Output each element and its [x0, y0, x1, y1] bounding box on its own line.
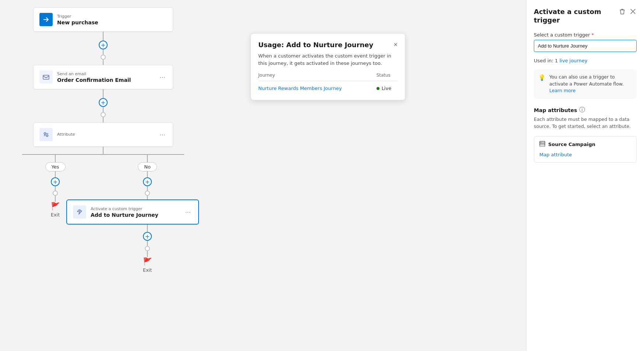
email-menu[interactable]: ⋯: [158, 73, 167, 81]
attribute-card: Ab Source Campaign Map attribute: [534, 136, 637, 163]
trigger-field-label: Select a custom trigger *: [534, 32, 637, 38]
circle-1: [101, 55, 106, 60]
trigger-title: New purchase: [57, 20, 167, 25]
email-label: Send an email: [57, 72, 154, 76]
yes-exit-label: Exit: [51, 212, 60, 218]
trigger-node[interactable]: Trigger New purchase: [33, 7, 173, 32]
svg-rect-0: [43, 75, 49, 79]
attribute-icon: [39, 128, 53, 141]
usage-popup-close[interactable]: ×: [393, 41, 398, 49]
line-1: [103, 32, 104, 41]
circle-2: [101, 112, 106, 117]
connector-2: +: [99, 89, 108, 122]
no-exit-label: Exit: [143, 267, 152, 273]
no-branch: No + Activate a custom: [111, 155, 184, 273]
right-panel: Activate a custom trigger Select a custo…: [526, 0, 644, 351]
no-circle: [145, 191, 150, 196]
attribute-label: Attribute: [57, 132, 154, 137]
map-attributes-info-icon: ⓘ: [579, 106, 585, 114]
custom-trigger-title: Add to Nurture Journey: [91, 212, 179, 218]
email-title: Order Confirmation Email: [57, 77, 154, 83]
usage-popup-title: Usage: Add to Nurture Journey: [258, 41, 373, 49]
no-exit-flag: 🚩: [143, 257, 152, 266]
usage-table: Journey Status Nurture Rewards Members J…: [258, 73, 398, 93]
used-in-text: Used in: 1 live journey: [534, 58, 637, 63]
map-attribute-link[interactable]: Map attribute: [539, 152, 572, 157]
yes-circle: [53, 191, 58, 196]
yes-add-btn[interactable]: +: [51, 177, 60, 186]
journey-name[interactable]: Nurture Rewards Members Journey: [258, 81, 377, 93]
yes-exit: 🚩 Exit: [51, 202, 60, 218]
usage-popup: Usage: Add to Nurture Journey × When a c…: [251, 33, 405, 100]
trigger-field-section: Select a custom trigger *: [534, 32, 637, 52]
custom-trigger-node[interactable]: Activate a custom trigger Add to Nurture…: [66, 199, 199, 225]
branch-section: Yes + 🚩 Exit No +: [22, 147, 184, 273]
connector-1: +: [99, 32, 108, 65]
flow-diagram: Trigger New purchase + Send an email Ord…: [22, 7, 184, 273]
no-exit: 🚩 Exit: [143, 257, 152, 273]
no-label: No: [138, 162, 157, 171]
yes-label: Yes: [45, 162, 66, 171]
add-btn-2[interactable]: +: [99, 98, 108, 107]
col-status: Status: [377, 73, 398, 81]
custom-trigger-icon: [73, 205, 86, 219]
journey-status: Live: [377, 81, 398, 93]
usage-popup-desc: When a customer activates the custom eve…: [258, 52, 398, 67]
col-journey: Journey: [258, 73, 377, 81]
email-icon: [39, 70, 53, 84]
email-node[interactable]: Send an email Order Confirmation Email ⋯: [33, 65, 173, 89]
custom-trigger-label: Activate a custom trigger: [91, 206, 179, 211]
panel-title: Activate a custom trigger: [534, 7, 618, 25]
line-2: [103, 49, 104, 55]
learn-more-link[interactable]: Learn more: [549, 88, 575, 93]
info-box: 💡 You can also use a trigger to activate…: [534, 69, 637, 99]
trigger-field-input[interactable]: [534, 40, 637, 52]
line-4: [103, 89, 104, 98]
attribute-node[interactable]: Attribute ⋯: [33, 122, 173, 147]
trigger-icon: [39, 13, 53, 26]
add-btn-1[interactable]: +: [99, 41, 108, 49]
svg-rect-4: [540, 144, 545, 145]
line-3: [103, 60, 104, 65]
close-panel-button[interactable]: [629, 8, 637, 17]
attr-card-icon: Ab: [539, 141, 545, 148]
map-attributes-desc: Each attribute must be mapped to a data …: [534, 116, 637, 130]
no-add-btn[interactable]: +: [143, 177, 152, 186]
branches: Yes + 🚩 Exit No +: [22, 155, 184, 273]
map-attributes-title: Map attributes: [534, 107, 577, 113]
required-marker: *: [591, 32, 594, 38]
delete-button[interactable]: [618, 7, 626, 17]
info-bulb-icon: 💡: [538, 74, 546, 94]
yes-exit-flag: 🚩: [51, 202, 60, 211]
panel-header: Activate a custom trigger: [534, 7, 637, 25]
attribute-menu[interactable]: ⋯: [158, 131, 167, 139]
canvas: Trigger New purchase + Send an email Ord…: [0, 0, 526, 351]
no-exit-circle: [145, 246, 150, 251]
svg-point-2: [46, 135, 48, 137]
line-5: [103, 107, 104, 112]
svg-text:Ab: Ab: [540, 142, 542, 143]
live-journey-link[interactable]: live journey: [559, 58, 587, 63]
trigger-label: Trigger: [57, 14, 167, 19]
line-6: [103, 117, 104, 122]
info-text-main: You can also use a trigger to activate a…: [549, 74, 624, 87]
no-exit-add-btn[interactable]: +: [143, 232, 152, 241]
custom-trigger-menu[interactable]: ⋯: [183, 208, 192, 216]
attr-card-name: Source Campaign: [548, 142, 595, 147]
